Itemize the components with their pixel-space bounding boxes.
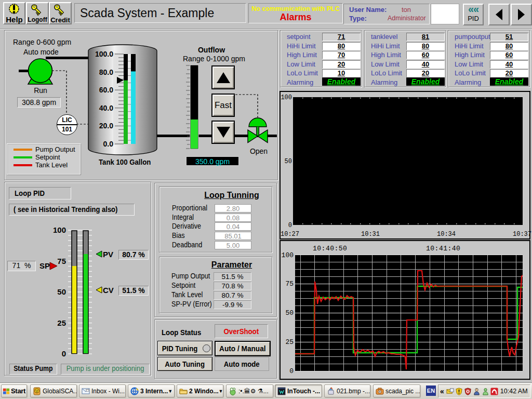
- svg-text:100: 100: [53, 225, 66, 234]
- svg-text:100.0: 100.0: [95, 50, 113, 58]
- svg-text:0: 0: [62, 349, 66, 358]
- svg-text:75: 75: [57, 257, 66, 265]
- svg-text:0.0: 0.0: [103, 140, 114, 148]
- svg-text:20.0: 20.0: [99, 122, 113, 130]
- svg-text:80.0: 80.0: [99, 68, 113, 76]
- svg-text:50: 50: [57, 287, 66, 296]
- svg-text:60.0: 60.0: [99, 86, 113, 94]
- svg-text:40.0: 40.0: [99, 104, 113, 112]
- svg-text:25: 25: [57, 318, 66, 327]
